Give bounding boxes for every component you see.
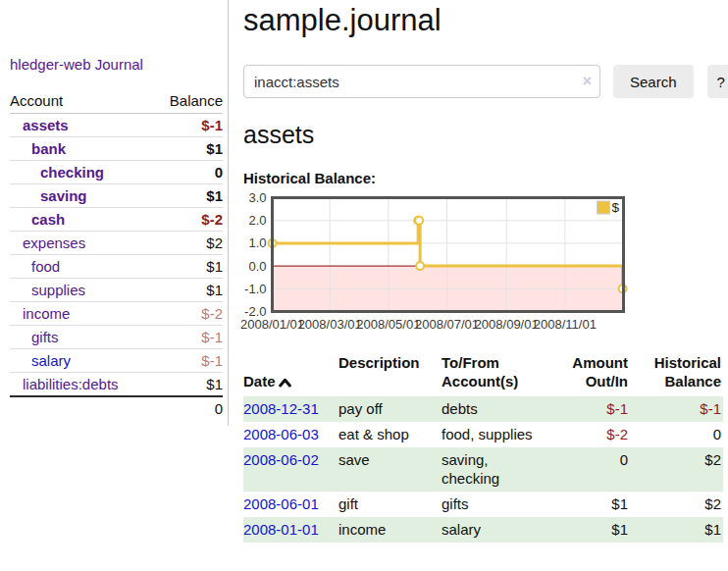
search-input[interactable]	[243, 65, 600, 98]
register-cell-balance: $-1	[630, 396, 723, 422]
svg-text:-1.0: -1.0	[244, 282, 266, 296]
register-table-body: 2008-12-31pay offdebts$-1$-12008-06-03ea…	[243, 396, 723, 543]
register-cell-date: 2008-06-02	[243, 447, 338, 492]
register-cell-accounts: gifts	[442, 492, 551, 517]
account-link[interactable]: income	[10, 304, 153, 323]
clear-search-icon[interactable]: ×	[583, 72, 592, 91]
transaction-date-link[interactable]: 2008-06-03	[243, 426, 319, 442]
search-button[interactable]: Search	[613, 65, 694, 98]
account-link[interactable]: salary	[10, 351, 153, 370]
register-cell-accounts: debts	[442, 396, 551, 422]
transaction-date-link[interactable]: 2008-12-31	[243, 400, 319, 417]
account-balance: $1	[153, 255, 223, 279]
register-cell-balance: $2	[630, 447, 723, 492]
account-link[interactable]: cash	[10, 210, 153, 229]
search-form: × Search ?	[243, 65, 728, 98]
accounts-table-body: assets$-1bank$1checking0saving$1cash$-2e…	[10, 114, 223, 397]
account-balance: $1	[153, 184, 223, 208]
register-cell-description: gift	[338, 492, 442, 517]
accounts-header-account: Account	[10, 89, 153, 114]
account-link[interactable]: gifts	[10, 328, 153, 346]
register-cell-accounts: salary	[442, 517, 551, 543]
account-row: income$-2	[10, 302, 223, 326]
sort-ascending-icon	[279, 373, 291, 391]
account-link[interactable]: assets	[10, 116, 153, 134]
register-table: Date Description To/From Account(s) Amou…	[243, 351, 723, 543]
register-cell-date: 2008-06-03	[243, 422, 338, 447]
register-header-accounts: To/From Account(s)	[442, 351, 551, 396]
page-title: sample.journal	[243, 2, 728, 38]
register-cell-accounts: food, supplies	[442, 422, 551, 447]
register-cell-balance: $1	[630, 517, 723, 543]
register-row: 2008-06-01giftgifts$1$2	[243, 492, 723, 517]
account-balance: $-1	[153, 114, 223, 137]
account-link[interactable]: expenses	[10, 234, 153, 252]
account-heading: assets	[243, 121, 728, 149]
register-cell-amount: 0	[551, 447, 630, 492]
accounts-header-row: Account Balance	[10, 89, 223, 114]
transaction-date-link[interactable]: 2008-06-02	[243, 451, 319, 468]
accounts-total-value: 0	[153, 396, 223, 420]
account-row: cash$-2	[10, 208, 223, 232]
account-balance: $-2	[153, 208, 223, 232]
account-balance: $1	[153, 279, 223, 302]
svg-text:2008/05/01: 2008/05/01	[356, 316, 420, 331]
account-link[interactable]: saving	[10, 186, 153, 205]
account-balance: $1	[153, 137, 223, 161]
register-cell-accounts: saving, checking	[442, 447, 551, 492]
register-header-balance: Historical Balance	[630, 351, 723, 396]
app-window: hledger-web Journal Account Balance asse…	[0, 0, 728, 543]
register-cell-amount: $1	[551, 492, 630, 517]
svg-text:2008/09/01: 2008/09/01	[475, 316, 539, 331]
account-row: gifts$-1	[10, 326, 223, 349]
account-link[interactable]: food	[10, 257, 153, 276]
account-row: liabilities:debts$1	[10, 373, 223, 397]
register-cell-date: 2008-01-01	[243, 517, 338, 543]
accounts-total-row: 0	[10, 396, 223, 420]
account-link[interactable]: checking	[10, 163, 153, 182]
accounts-total-spacer	[10, 396, 153, 420]
register-cell-description: income	[338, 517, 442, 543]
account-row: bank$1	[10, 137, 223, 161]
svg-text:2008/11/01: 2008/11/01	[534, 316, 597, 331]
svg-text:2.0: 2.0	[248, 213, 266, 228]
accounts-table: Account Balance assets$-1bank$1checking0…	[10, 89, 223, 420]
account-balance: $-2	[153, 302, 223, 326]
transaction-date-link[interactable]: 2008-01-01	[243, 521, 319, 538]
transaction-date-link[interactable]: 2008-06-01	[243, 495, 319, 512]
register-cell-amount: $-1	[551, 396, 630, 422]
chart-title: Historical Balance:	[243, 170, 728, 186]
account-row: saving$1	[10, 184, 223, 208]
account-balance: 0	[153, 161, 223, 184]
account-row: assets$-1	[10, 114, 223, 137]
svg-text:2008/01/01: 2008/01/01	[240, 316, 304, 331]
register-cell-description: save	[338, 447, 442, 492]
svg-text:$: $	[612, 200, 620, 215]
register-cell-amount: $-2	[551, 422, 630, 447]
sidebar: hledger-web Journal Account Balance asse…	[0, 0, 229, 426]
svg-text:1.0: 1.0	[248, 235, 266, 250]
register-header-description: Description	[338, 351, 442, 396]
register-header-date[interactable]: Date	[243, 351, 338, 396]
account-link[interactable]: supplies	[10, 281, 153, 299]
account-balance: $2	[153, 232, 223, 255]
register-header-date-label: Date	[243, 373, 276, 389]
account-link[interactable]: liabilities:debts	[10, 375, 153, 393]
main-content: sample.journal × Search ? assets Histori…	[229, 0, 728, 543]
balance-chart: $3.02.01.00.0-1.0-2.02008/01/012008/03/0…	[243, 191, 714, 337]
help-button[interactable]: ?	[707, 65, 728, 98]
register-row: 2008-12-31pay offdebts$-1$-1	[243, 396, 723, 422]
app-title-link[interactable]: hledger-web	[10, 56, 91, 73]
sidebar-item-journal[interactable]: Journal	[95, 56, 143, 73]
svg-text:3.0: 3.0	[248, 190, 266, 205]
account-link[interactable]: bank	[10, 139, 153, 158]
register-cell-date: 2008-12-31	[243, 396, 338, 422]
account-balance: $-1	[153, 326, 223, 349]
register-row: 2008-01-01incomesalary$1$1	[243, 517, 723, 543]
register-cell-balance: $2	[630, 492, 723, 517]
register-cell-date: 2008-06-01	[243, 492, 338, 517]
register-cell-description: eat & shop	[338, 422, 442, 447]
register-cell-description: pay off	[338, 396, 442, 422]
register-cell-balance: 0	[630, 422, 723, 447]
account-row: supplies$1	[10, 279, 223, 302]
